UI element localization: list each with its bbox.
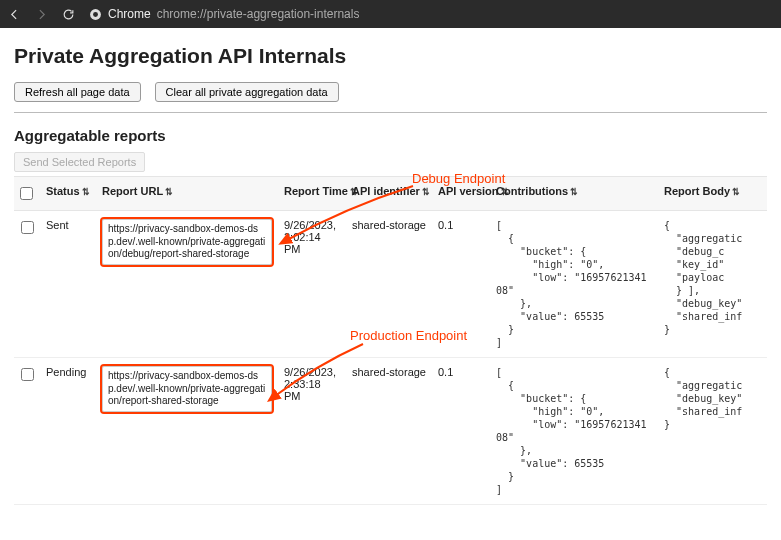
address-url: chrome://private-aggregation-internals — [157, 7, 360, 21]
status-cell: Pending — [40, 358, 96, 505]
status-cell: Sent — [40, 211, 96, 358]
col-body[interactable]: Report Body⇅ — [658, 177, 767, 211]
reports-table: Status⇅ Report URL⇅ Report Time⇅ API ide… — [14, 176, 767, 505]
back-button[interactable] — [8, 8, 21, 21]
body-cell: { "aggregatic "debug_c "key_id" "payloac… — [664, 219, 761, 336]
sort-icon: ⇅ — [570, 187, 578, 197]
address-bar[interactable]: Chrome chrome://private-aggregation-inte… — [89, 7, 359, 21]
refresh-button[interactable]: Refresh all page data — [14, 82, 141, 102]
svg-point-1 — [93, 12, 98, 17]
version-cell: 0.1 — [432, 358, 490, 505]
sort-icon: ⇅ — [82, 187, 90, 197]
api-cell: shared-storage — [346, 211, 432, 358]
reload-button[interactable] — [62, 8, 75, 21]
col-status[interactable]: Status⇅ — [40, 177, 96, 211]
time-cell: 9/26/2023, 2:02:14 PM — [278, 211, 346, 358]
section-title: Aggregatable reports — [14, 127, 767, 144]
sort-icon: ⇅ — [165, 187, 173, 197]
chrome-icon — [89, 8, 102, 21]
col-time[interactable]: Report Time⇅ — [278, 177, 346, 211]
report-url[interactable]: https://privacy-sandbox-demos-dsp.dev/.w… — [102, 219, 272, 265]
page-title: Private Aggregation API Internals — [14, 44, 767, 68]
body-cell: { "aggregatic "debug_key" "shared_inf } — [664, 366, 761, 431]
address-scheme: Chrome — [108, 7, 151, 21]
col-url[interactable]: Report URL⇅ — [96, 177, 278, 211]
time-cell: 9/26/2023, 2:33:18 PM — [278, 358, 346, 505]
divider — [14, 112, 767, 113]
report-url[interactable]: https://privacy-sandbox-demos-dsp.dev/.w… — [102, 366, 272, 412]
browser-toolbar: Chrome chrome://private-aggregation-inte… — [0, 0, 781, 28]
forward-button[interactable] — [35, 8, 48, 21]
send-selected-button[interactable]: Send Selected Reports — [14, 152, 145, 172]
action-bar: Refresh all page data Clear all private … — [14, 82, 767, 102]
sort-icon: ⇅ — [422, 187, 430, 197]
row-checkbox[interactable] — [21, 368, 34, 381]
col-api[interactable]: API identifier⇅ — [346, 177, 432, 211]
row-checkbox[interactable] — [21, 221, 34, 234]
api-cell: shared-storage — [346, 358, 432, 505]
contributions-cell: [ { "bucket": { "high": "0", "low": "169… — [496, 366, 652, 496]
table-row: Pending https://privacy-sandbox-demos-ds… — [14, 358, 767, 505]
contributions-cell: [ { "bucket": { "high": "0", "low": "169… — [496, 219, 652, 349]
col-version[interactable]: API version⇅ — [432, 177, 490, 211]
sort-icon: ⇅ — [732, 187, 740, 197]
col-contributions[interactable]: Contributions⇅ — [490, 177, 658, 211]
version-cell: 0.1 — [432, 211, 490, 358]
clear-button[interactable]: Clear all private aggregation data — [155, 82, 339, 102]
select-all-checkbox[interactable] — [20, 187, 33, 200]
table-row: Sent https://privacy-sandbox-demos-dsp.d… — [14, 211, 767, 358]
